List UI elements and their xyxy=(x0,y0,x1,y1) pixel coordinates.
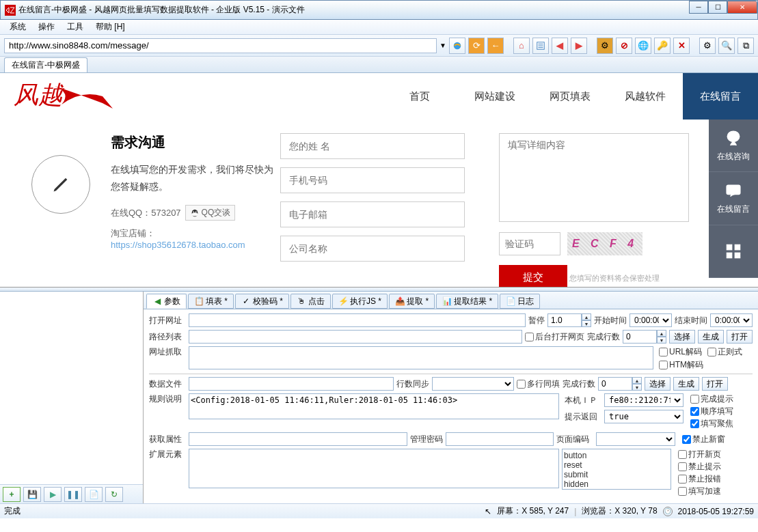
generate-button[interactable]: 生成 xyxy=(698,330,724,344)
url-input[interactable] xyxy=(4,38,437,53)
htm-decode-check[interactable]: HTM解码 xyxy=(659,359,742,371)
menu-operate[interactable]: 操作 xyxy=(33,20,60,34)
open-newpage-check[interactable]: 打开新页 xyxy=(678,449,721,460)
float-qr[interactable] xyxy=(709,225,758,278)
done-prompt-check[interactable]: 完成提示 xyxy=(690,393,733,405)
prev-icon[interactable]: ◀ xyxy=(552,38,568,54)
menu-tools[interactable]: 工具 xyxy=(62,20,89,34)
play-button[interactable]: ▶ xyxy=(44,487,62,502)
stop-icon[interactable]: ⊘ xyxy=(616,38,632,54)
phone-input[interactable] xyxy=(280,167,465,193)
captcha-image[interactable]: E C F 4 xyxy=(567,232,642,255)
next-icon[interactable]: ▶ xyxy=(571,38,587,54)
select2-button[interactable]: 选择 xyxy=(645,377,671,391)
url-toolbar: ▼ ⟳ ← ⌂ ◀ ▶ ⚙ ⊘ 🌐 🔑 ✕ ⚙ 🔍 ⧉ xyxy=(0,35,758,57)
search-icon[interactable]: 🔍 xyxy=(718,38,735,54)
ie-icon[interactable] xyxy=(449,38,465,54)
qq-badge[interactable]: QQ交谈 xyxy=(185,205,236,221)
no-newwin-check[interactable]: 禁止新窗 xyxy=(682,434,725,445)
seq-fill-check[interactable]: 顺序填写 xyxy=(690,406,733,417)
tab-log[interactable]: 📄日志 xyxy=(500,294,540,309)
key-icon[interactable]: 🔑 xyxy=(654,38,671,54)
settings-icon[interactable]: ⚙ xyxy=(699,38,716,54)
select-button[interactable]: 选择 xyxy=(669,330,695,344)
email-input[interactable] xyxy=(280,201,465,227)
get-attr-input[interactable] xyxy=(189,432,407,446)
tab-click[interactable]: 🖱点击 xyxy=(290,294,331,309)
minimize-button[interactable]: ─ xyxy=(689,1,708,14)
refresh-icon[interactable]: ⟳ xyxy=(468,38,485,54)
detail-textarea[interactable] xyxy=(499,133,689,222)
tab-fillform[interactable]: 📋填表 * xyxy=(188,294,234,309)
admin-pwd-input[interactable] xyxy=(446,432,554,446)
pause-button[interactable]: ❚❚ xyxy=(64,487,82,502)
home-icon[interactable]: ⌂ xyxy=(513,38,530,54)
page-encode-select[interactable] xyxy=(596,432,675,446)
nav-home[interactable]: 首页 xyxy=(382,73,457,120)
tool1-icon[interactable]: ⚙ xyxy=(597,38,613,54)
name-input[interactable] xyxy=(280,133,465,159)
regex-check[interactable]: 正则式 xyxy=(707,346,742,358)
label-prompt-return: 提示返回 xyxy=(565,411,601,423)
add-button[interactable]: + xyxy=(3,487,21,502)
no-error-check[interactable]: 禁止报错 xyxy=(678,473,721,485)
nav-soft[interactable]: 风越软件 xyxy=(608,73,683,120)
fill-focus-check[interactable]: 填写聚焦 xyxy=(690,418,733,430)
refresh-button[interactable]: ↻ xyxy=(105,487,123,502)
ext-elem-list[interactable]: buttonresetsubmithiddeniframe xyxy=(562,449,671,490)
export-button[interactable]: 📄 xyxy=(85,487,103,502)
menu-system[interactable]: 系统 xyxy=(4,20,31,34)
nav-form[interactable]: 网页填表 xyxy=(532,73,608,120)
float-message[interactable]: 在线留言 xyxy=(709,172,758,225)
generate2-button[interactable]: 生成 xyxy=(673,377,699,391)
copy-icon[interactable]: ⧉ xyxy=(737,38,754,54)
open2-button[interactable]: 打开 xyxy=(702,377,728,391)
fill-fast-check[interactable]: 填写加速 xyxy=(678,486,721,497)
bg-open-check[interactable]: 后台打开网页 xyxy=(525,331,584,343)
tab-result[interactable]: 📊提取结果 * xyxy=(436,294,498,309)
maximize-button[interactable]: ☐ xyxy=(708,1,727,14)
list-icon[interactable] xyxy=(532,38,549,54)
svg-point-8 xyxy=(191,212,198,216)
menu-help[interactable]: 帮助 [H] xyxy=(90,20,131,34)
svg-rect-18 xyxy=(727,253,732,258)
tab-captcha[interactable]: ✓校验码 * xyxy=(235,294,289,309)
pause-spinner[interactable]: ▲▼ xyxy=(547,313,591,327)
row-sync-select[interactable] xyxy=(432,377,514,391)
nav-build[interactable]: 网站建设 xyxy=(457,73,532,120)
shop-link[interactable]: https://shop35612678.taobao.com xyxy=(111,240,245,250)
end-time-select[interactable]: 0:00:00 xyxy=(710,313,753,327)
submit-button[interactable]: 提交 xyxy=(499,265,567,288)
local-ip-select[interactable]: fe80::2120:7f07: xyxy=(604,393,683,407)
back-icon[interactable]: ← xyxy=(487,38,504,54)
delete-icon[interactable]: ✕ xyxy=(673,38,690,54)
open-url-input[interactable] xyxy=(189,313,526,327)
done-rows-spinner[interactable]: ▲▼ xyxy=(623,330,666,344)
multi-fill-check[interactable]: 多行同填 xyxy=(517,378,560,390)
path-list-input[interactable] xyxy=(189,330,522,344)
svg-rect-17 xyxy=(735,244,740,250)
start-time-select[interactable]: 0:00:00 xyxy=(630,313,672,327)
rule-desc-textarea[interactable]: <Config:2018-01-05 11:46:11,Ruler:2018-0… xyxy=(189,393,559,419)
captcha-input[interactable] xyxy=(499,232,560,255)
float-consult[interactable]: 在线咨询 xyxy=(709,120,758,172)
save-button[interactable]: 💾 xyxy=(23,487,41,502)
company-input[interactable] xyxy=(280,236,465,262)
globe-icon[interactable]: 🌐 xyxy=(635,38,651,54)
svg-rect-19 xyxy=(735,253,737,255)
done-rows2-spinner[interactable]: ▲▼ xyxy=(598,377,642,391)
data-file-input[interactable] xyxy=(189,377,394,391)
open-button[interactable]: 打开 xyxy=(727,330,753,344)
no-prompt-check[interactable]: 禁止提示 xyxy=(678,461,721,473)
ext-elem-textarea[interactable] xyxy=(189,449,559,488)
url-decode-check[interactable]: URL解码 xyxy=(659,346,702,358)
close-button[interactable]: ✕ xyxy=(727,1,757,14)
window-title: 在线留言-中极网盛 - 风越网页批量填写数据提取软件 - 企业版 V5.15 -… xyxy=(18,4,756,16)
tab-extract[interactable]: 📤提取 * xyxy=(389,294,435,309)
nav-message[interactable]: 在线留言 xyxy=(683,73,758,120)
url-grab-textarea[interactable] xyxy=(189,346,653,369)
tab-js[interactable]: ⚡执行JS * xyxy=(332,294,388,309)
tab-params[interactable]: ◀参数 xyxy=(146,294,187,309)
browser-tab[interactable]: 在线留言-中极网盛 xyxy=(4,57,87,72)
prompt-return-select[interactable]: true xyxy=(604,410,683,423)
